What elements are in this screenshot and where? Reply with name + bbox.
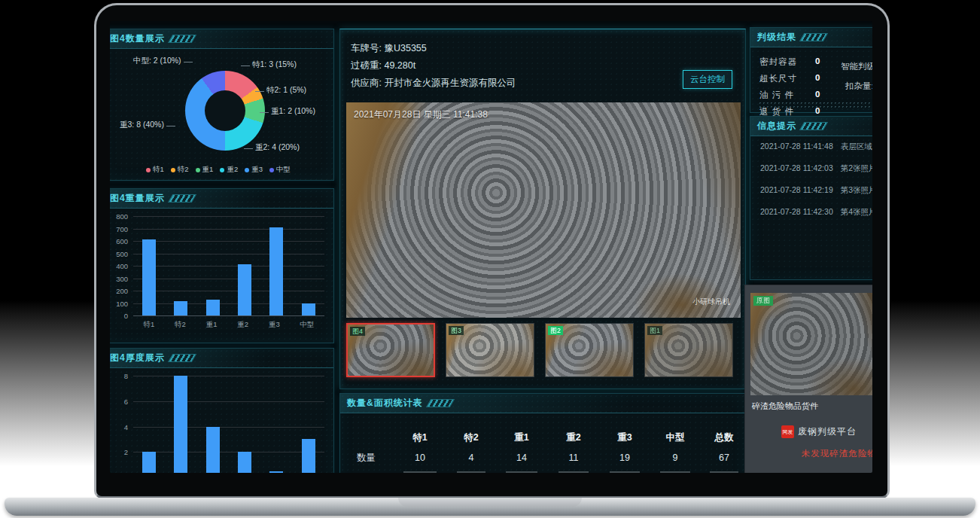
platform-name: 废钢判级平台 — [798, 425, 857, 438]
thumbnail-badge: 图4 — [350, 327, 365, 336]
log-time: 2021-07-28 11:42:19 — [760, 185, 833, 194]
legend-item[interactable]: 重1 — [196, 165, 214, 175]
log-entry: 2021-07-28 11:42:30第4张照片表层判级 — [760, 207, 872, 218]
panel-title: 图4数量展示 — [110, 32, 165, 45]
vehicle-weight: 过磅重: 49.280t — [351, 57, 516, 75]
legend-dot-icon — [171, 168, 175, 172]
thumbnail-badge: 图3 — [449, 326, 464, 335]
hatch-decoration-icon — [168, 354, 196, 362]
x-category-label: 中型 — [300, 320, 315, 330]
plot-area — [133, 216, 324, 315]
log-time: 2021-07-28 11:42:30 — [760, 207, 833, 216]
table-header-cell: 重2 — [548, 428, 599, 446]
table-value-cell: 14 — [495, 449, 548, 467]
thumbnail-图1[interactable]: 图1 — [644, 323, 733, 377]
table-value-cell: 10 — [393, 449, 447, 467]
table-value-cell: 19 — [599, 449, 650, 467]
x-category-label: 重1 — [206, 320, 218, 330]
table-row-label: 面积 — [349, 469, 393, 473]
legend-label: 重1 — [202, 165, 214, 175]
panel-danger-detect: 原图 碎渣危险物品货件 同发 废钢判级平台 未发现碎渣危险物件 — [744, 285, 872, 473]
y-tick-label: 100 — [116, 300, 128, 308]
y-axis: 02468 — [111, 376, 130, 473]
hatch-decoration-icon — [168, 194, 196, 203]
bar-columns — [133, 216, 324, 315]
table-header-cell: 重3 — [599, 428, 650, 446]
dashboard: 图4数量展示 特1: 3 (15%) 特2: 1 (5%) 重1: 2 (10%… — [110, 21, 872, 473]
legend-item[interactable]: 重3 — [245, 165, 263, 175]
panel-header: 图4厚度展示 — [110, 349, 333, 368]
y-tick-label: 800 — [116, 212, 128, 221]
table-header-cell: 特1 — [393, 428, 447, 446]
laptop-screen: 图4数量展示 特1: 3 (15%) 特2: 1 (5%) 重1: 2 (10%… — [110, 21, 872, 473]
bar — [206, 300, 220, 315]
grade-extra-deduct: 扣杂量: — [845, 81, 872, 92]
panel-title: 信息提示 — [757, 120, 796, 133]
supplier-label: 供应商: — [351, 78, 382, 88]
log-text: 表层区域计算成功 — [841, 142, 872, 151]
photo-watermark: 小研球吊机 — [692, 297, 730, 307]
table-value-cell: 9 — [650, 449, 700, 467]
stat-table: 特1特2重1重2重3中型总数数量104141119967面积 — [349, 428, 741, 473]
bar-columns — [133, 376, 324, 473]
plate-value: 豫U35355 — [384, 43, 426, 53]
x-category-label: 特2 — [175, 320, 186, 330]
y-tick-label: 200 — [116, 287, 128, 295]
grade-value: 0 — [815, 90, 820, 99]
legend-item[interactable]: 重2 — [220, 165, 238, 175]
pie-callout: 特2: 1 (5%) — [266, 85, 306, 96]
detect-source-image: 原图 — [750, 293, 872, 395]
weight-label: 过磅重: — [351, 60, 382, 71]
y-tick-label: 600 — [116, 237, 128, 245]
grade-label: 油 污 件 — [759, 90, 794, 99]
table-clipped-cell — [506, 469, 537, 473]
laptop-base — [5, 498, 975, 516]
log-text: 第2张照片表层判级 — [841, 163, 872, 172]
thumbnail-图2[interactable]: 图2 — [545, 323, 634, 377]
y-tick-label: 6 — [124, 398, 128, 406]
legend-label: 重3 — [251, 165, 263, 175]
source-image-badge: 原图 — [753, 296, 773, 306]
table-clipped-cell — [403, 469, 436, 473]
table-corner-cell — [349, 428, 393, 446]
panel-grade-result: 判级结果 密封容器 0 超长尺寸 0 油 污 件 0 — [750, 27, 872, 113]
table-clipped-cell — [457, 469, 485, 473]
y-tick-label: 0 — [124, 312, 128, 320]
panel-title: 图4厚度展示 — [110, 352, 165, 364]
thumbnail-图4[interactable]: 图4 — [346, 323, 435, 377]
legend-item[interactable]: 特1 — [146, 165, 164, 175]
hatch-decoration-icon — [168, 35, 196, 43]
table-value-cell: 4 — [447, 449, 495, 467]
pie-callout: 中型: 2 (10%) — [133, 56, 181, 66]
bar — [174, 301, 187, 315]
plot-area — [133, 376, 324, 473]
grade-row: 油 污 件 0 — [759, 90, 794, 101]
log-time: 2021-07-28 11:42:03 — [760, 163, 833, 172]
legend-label: 特2 — [178, 165, 189, 175]
bar — [206, 427, 220, 474]
panel-header: 图4重量展示 — [110, 189, 333, 209]
bar — [302, 439, 315, 473]
x-category-label: 重2 — [237, 320, 248, 330]
thumbnail-图3[interactable]: 图3 — [446, 323, 534, 377]
table-header-cell: 重1 — [495, 428, 548, 446]
legend-dot-icon — [245, 168, 249, 172]
panel-info-log: 信息提示 2021-07-28 11:41:48表层区域计算成功2021-07-… — [750, 116, 872, 280]
legend-label: 中型 — [276, 165, 291, 175]
supplier-value: 开封市金火源再生资源有限公司 — [384, 78, 516, 88]
log-entry: 2021-07-28 11:42:19第3张照片表层判级 — [760, 185, 872, 196]
grade-value: 0 — [815, 73, 820, 82]
legend-dot-icon — [220, 168, 224, 172]
panel-image4-thickness: 图4厚度展示 02468特1特2重1重2重3中型 — [110, 348, 334, 473]
y-tick-label: 8 — [124, 372, 128, 380]
bar — [269, 227, 283, 315]
legend-item[interactable]: 特2 — [171, 165, 189, 175]
pie-callout: 重1: 2 (10%) — [271, 106, 315, 117]
ptz-control-button[interactable]: 云台控制 — [683, 70, 732, 89]
legend-label: 特1 — [153, 165, 164, 175]
panel-image4-quantity: 图4数量展示 特1: 3 (15%) 特2: 1 (5%) 重1: 2 (10%… — [110, 29, 334, 181]
panel-header: 信息提示 — [750, 117, 872, 136]
pie-legend: 特1特2重1重2重3中型 — [110, 165, 333, 175]
legend-item[interactable]: 中型 — [269, 165, 291, 175]
table-clipped-cell — [710, 469, 738, 473]
